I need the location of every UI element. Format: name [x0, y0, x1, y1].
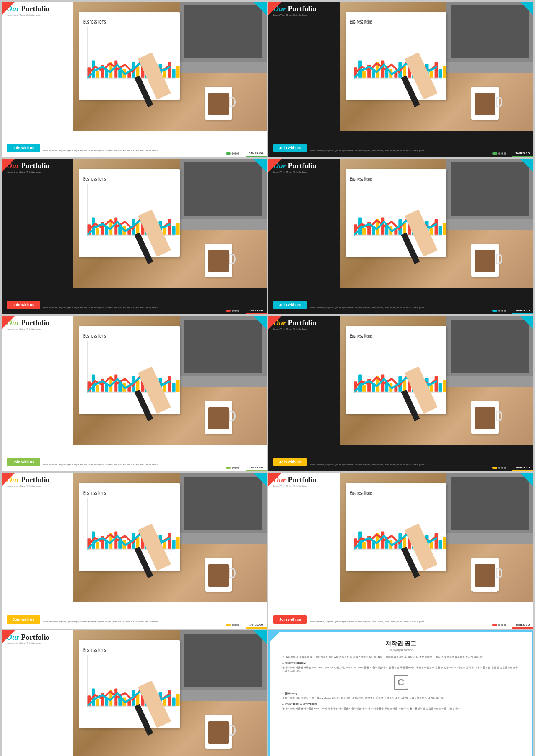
join-button[interactable]: Join with us	[273, 458, 307, 466]
corner-triangle-tr	[520, 159, 533, 172]
page-dot	[226, 310, 231, 312]
page-indicator	[226, 152, 239, 155]
page-dot	[501, 310, 503, 312]
svg-rect-29	[362, 71, 366, 78]
page-dot	[492, 467, 497, 469]
page-dot	[498, 152, 500, 155]
copyright-section2-text: 슬라이드에 사용된 도시 폰트는 NanumGothic 입니다. 이 폰트는 …	[282, 696, 520, 700]
corner-triangle-tl	[2, 2, 15, 15]
svg-text:Business Items: Business Items	[83, 647, 106, 653]
page-dot	[504, 624, 506, 626]
page-indicator	[226, 624, 239, 626]
footer-bar	[512, 470, 533, 471]
svg-rect-21	[172, 69, 176, 78]
page-dot	[232, 624, 234, 626]
page-dot	[498, 467, 500, 469]
copyright-section3-text: 슬라이드에 사용된 아이콘은 Flaticon에서 제공하는 아이콘을 사용하였…	[282, 707, 520, 710]
copyright-logo: C	[282, 675, 520, 690]
page-dot	[498, 310, 500, 312]
page-indicator	[226, 467, 239, 469]
page-dot	[237, 624, 239, 626]
svg-text:Business Items: Business Items	[83, 333, 106, 339]
portfolio-text: Portfolio	[19, 5, 49, 13]
slide-body-text: Nulla Imperdiet, Aliquam Eget Volutpat, …	[310, 306, 529, 310]
page-dot	[501, 467, 503, 469]
svg-rect-72	[176, 223, 180, 235]
svg-text:Business Items: Business Items	[83, 18, 106, 25]
footer-brand: TAHES.CO	[515, 466, 530, 469]
page-dot	[234, 152, 237, 155]
page-dot	[237, 310, 239, 312]
page-indicator	[226, 310, 239, 312]
footer-bar	[246, 156, 267, 157]
corner-triangle-tl	[2, 630, 15, 644]
corner-triangle-tl	[2, 473, 15, 486]
footer-brand: TAHES.CO	[249, 624, 263, 626]
join-button[interactable]: Join with us	[273, 615, 307, 624]
page-dot	[501, 152, 503, 155]
svg-rect-122	[176, 380, 180, 392]
svg-text:Business Items: Business Items	[350, 18, 373, 25]
svg-rect-129	[362, 385, 366, 392]
slide-body-text: Nulla Imperdiet, Aliquam Eget Volutpat, …	[43, 306, 262, 310]
join-button[interactable]: Join with us	[7, 301, 40, 309]
slide-1: Our PortfolioInsert Your Great Subtitle …	[2, 2, 267, 157]
portfolio-text: Portfolio	[19, 162, 49, 170]
page-dot	[226, 467, 231, 469]
svg-text:Business Items: Business Items	[350, 176, 373, 182]
copyright-subtitle: Copyright Notice	[282, 648, 520, 652]
slide-image: Business Items	[340, 316, 533, 445]
svg-rect-22	[176, 66, 180, 78]
slide-image: Business Items	[340, 2, 533, 131]
slide-image: Business Items	[73, 316, 267, 445]
slide-image: Business Items	[340, 159, 533, 288]
svg-rect-147	[443, 380, 446, 392]
page-dot	[226, 624, 231, 626]
slide-2: Our PortfolioInsert Your Great Subtitle …	[268, 2, 533, 157]
page-dot	[237, 467, 239, 469]
join-button[interactable]: Join with us	[7, 144, 40, 152]
slide-4: Our PortfolioInsert Your Great Subtitle …	[268, 159, 533, 314]
portfolio-text: Portfolio	[286, 319, 316, 327]
footer-bar	[512, 156, 533, 157]
slide-body-text: Nulla Imperdiet, Aliquam Eget Volutpat, …	[43, 463, 262, 467]
corner-triangle-tr	[253, 2, 267, 15]
join-button[interactable]: Join with us	[273, 301, 307, 309]
slide-image: Business Items	[73, 630, 267, 756]
join-button[interactable]: Join with us	[273, 144, 307, 152]
page-dot	[504, 152, 506, 155]
slide-image: Business Items	[340, 473, 533, 602]
svg-rect-96	[439, 226, 442, 235]
join-button[interactable]: Join with us	[7, 458, 40, 466]
footer-brand: TAHES.CO	[515, 309, 530, 312]
svg-rect-54	[96, 228, 99, 235]
slide-9: Our PortfolioInsert Your Great Subtitle …	[2, 630, 267, 756]
page-dot	[504, 467, 506, 469]
corner-triangle-tr	[253, 159, 267, 172]
footer-bar	[246, 470, 267, 471]
slide-6: Our PortfolioInsert Your Great Subtitle …	[268, 316, 533, 471]
slide-image: Business Items	[73, 473, 267, 602]
corner-triangle-tl	[268, 159, 282, 172]
svg-rect-104	[96, 385, 99, 392]
slide-image: Business Items	[73, 2, 267, 131]
copyright-section2-title: 2. 폰트 (font)	[282, 692, 520, 695]
page-indicator	[492, 152, 506, 155]
portfolio-text: Portfolio	[286, 162, 316, 170]
corner-triangle-tl	[268, 473, 282, 486]
slide-image: Business Items	[73, 159, 267, 288]
svg-text:Business Items: Business Items	[350, 333, 373, 339]
page-dot	[492, 624, 497, 626]
page-dot	[234, 467, 237, 469]
slide-body-text: Nulla Imperdiet, Aliquam Eget Volutpat, …	[43, 149, 262, 152]
footer-brand: TAHES.CO	[249, 152, 263, 155]
footer-bar	[246, 313, 267, 314]
page-dot	[237, 152, 239, 155]
corner-triangle-tl	[268, 316, 282, 329]
copyright-section1-text: 슬라이드에 사용된 서체는 Noto Sans, Open Sans, 본고딕(…	[282, 666, 520, 673]
svg-rect-121	[172, 383, 176, 392]
copyright-section1-title: 1. 서체 (typography)	[282, 661, 520, 665]
corner-triangle-tl	[268, 2, 282, 15]
corner-triangle-tr	[520, 316, 533, 329]
join-button[interactable]: Join with us	[7, 615, 40, 624]
